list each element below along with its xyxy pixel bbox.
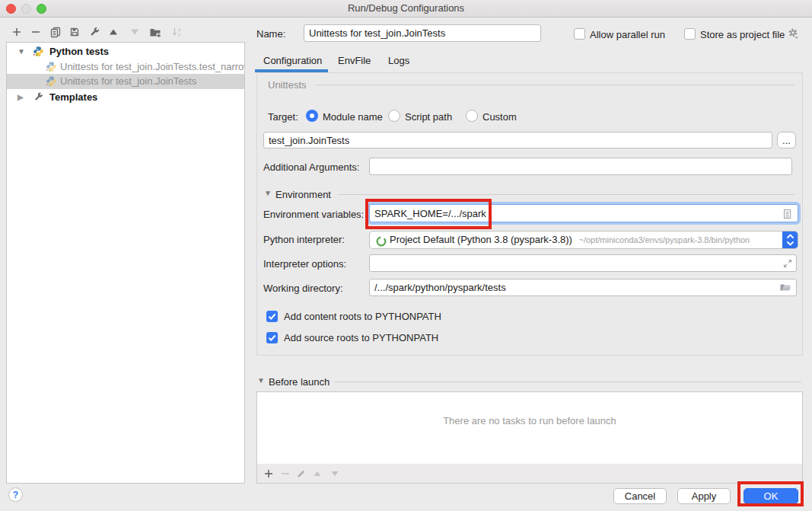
name-label: Name:	[256, 28, 285, 40]
radio-custom[interactable]	[466, 110, 478, 122]
cancel-button[interactable]: Cancel	[613, 488, 667, 504]
python-interpreter-label: Python interpreter:	[263, 234, 345, 245]
new-folder-icon[interactable]	[149, 26, 161, 38]
expand-field-icon[interactable]	[782, 257, 792, 268]
before-launch-empty-message: There are no tasks to run before launch	[257, 415, 802, 426]
python-interpreter-select[interactable]: Project Default (Python 3.8 (pyspark-3.8…	[369, 231, 798, 249]
store-as-project-file-label: Store as project file	[700, 29, 785, 40]
tab-logs[interactable]: Logs	[388, 55, 409, 66]
move-up-icon	[311, 468, 323, 480]
gear-icon[interactable]	[787, 27, 799, 40]
move-down-icon	[329, 468, 341, 480]
help-button[interactable]: ?	[8, 487, 23, 502]
before-launch-toolbar	[256, 464, 803, 484]
save-icon[interactable]	[68, 26, 81, 38]
remove-icon[interactable]	[30, 26, 42, 38]
additional-arguments-label: Additional Arguments:	[263, 161, 359, 173]
ok-button[interactable]: OK	[744, 488, 798, 504]
move-up-icon[interactable]	[107, 26, 119, 38]
chevron-right-icon[interactable]: ▶	[18, 90, 24, 105]
add-source-roots-checkbox[interactable]	[266, 332, 278, 343]
window-title: Run/Debug Configurations	[0, 2, 812, 14]
sort-alphabetically-icon: az	[171, 26, 183, 38]
allow-parallel-run-checkbox[interactable]	[574, 28, 585, 40]
remove-icon	[279, 468, 291, 480]
configurations-tree: ▼ Python tests Unittests for test_join.J…	[6, 42, 245, 484]
python-interpreter-value: Project Default (Python 3.8 (pyspark-3.8…	[390, 234, 572, 245]
radio-script-path-label: Script path	[405, 111, 452, 123]
interpreter-options-input[interactable]	[369, 254, 797, 272]
tree-item-label: Unittests for test_join.JoinTests	[60, 74, 196, 89]
svg-text:a: a	[178, 27, 181, 32]
move-down-icon[interactable]	[129, 26, 141, 38]
add-icon[interactable]	[263, 468, 275, 480]
before-launch-task-list: There are no tasks to run before launch	[256, 391, 803, 465]
add-icon[interactable]	[11, 26, 23, 38]
unittests-group-label: Unittests	[268, 79, 307, 91]
tree-item-python-tests[interactable]: ▼ Python tests	[7, 44, 244, 59]
svg-text:z: z	[178, 32, 180, 37]
working-directory-input[interactable]	[369, 279, 797, 296]
section-separator	[338, 194, 794, 195]
name-input[interactable]	[304, 24, 541, 42]
add-content-roots-label: Add content roots to PYTHONPATH	[284, 311, 441, 322]
before-launch-label: Before launch	[269, 376, 330, 388]
radio-custom-label: Custom	[482, 111, 517, 123]
tree-item-templates[interactable]: ▶ Templates	[7, 90, 244, 105]
tab-configuration[interactable]: Configuration	[263, 55, 322, 66]
environment-variables-input[interactable]	[369, 204, 798, 222]
environment-section-label: Environment	[275, 189, 331, 200]
add-source-roots-label: Add source roots to PYTHONPATH	[284, 332, 438, 343]
group-separator	[315, 85, 794, 85]
target-input[interactable]	[263, 132, 772, 149]
python-test-icon	[46, 75, 57, 87]
radio-script-path[interactable]	[388, 110, 400, 122]
copy-icon[interactable]	[49, 26, 62, 38]
tree-item-label: Templates	[49, 90, 97, 105]
interpreter-stepper-icon[interactable]	[782, 231, 798, 249]
tree-item-unittest-jointests-selected[interactable]: Unittests for test_join.JoinTests	[7, 74, 244, 89]
browse-variables-icon[interactable]	[781, 208, 791, 219]
apply-button[interactable]: Apply	[677, 488, 731, 504]
browse-folder-icon[interactable]	[779, 281, 791, 293]
chevron-down-icon[interactable]: ▼	[264, 189, 272, 197]
python-test-icon	[46, 61, 57, 72]
python-tests-icon	[33, 46, 44, 57]
tab-envfile[interactable]: EnvFile	[338, 55, 371, 66]
allow-parallel-run-label: Allow parallel run	[590, 29, 665, 40]
browse-target-button[interactable]: ...	[777, 132, 796, 149]
section-separator	[335, 382, 801, 382]
chevron-down-icon[interactable]: ▼	[18, 44, 25, 59]
edit-templates-icon[interactable]	[88, 26, 100, 38]
additional-arguments-input[interactable]	[369, 158, 792, 175]
interpreter-options-label: Interpreter options:	[263, 258, 346, 270]
environment-variables-label: Environment variables:	[263, 209, 364, 220]
title-bar: Run/Debug Configurations	[0, 0, 812, 18]
radio-module-name-label: Module name	[323, 111, 383, 123]
store-as-project-file-checkbox[interactable]	[684, 28, 696, 40]
edit-icon	[295, 468, 307, 480]
radio-module-name[interactable]	[306, 110, 318, 122]
tree-item-label: Python tests	[49, 44, 109, 59]
working-directory-label: Working directory:	[263, 283, 343, 294]
add-content-roots-checkbox[interactable]	[266, 311, 278, 322]
python-interpreter-path: ~/opt/miniconda3/envs/pyspark-3.8/bin/py…	[579, 235, 750, 244]
chevron-down-icon[interactable]: ▼	[257, 376, 265, 385]
tree-item-unittest-narrow[interactable]: Unittests for test_join.JoinTests.test_n…	[7, 59, 244, 75]
conda-env-icon	[375, 235, 386, 246]
wrench-icon	[33, 91, 44, 103]
target-label: Target:	[268, 111, 298, 123]
tree-item-label: Unittests for test_join.JoinTests.test_n…	[60, 59, 245, 75]
